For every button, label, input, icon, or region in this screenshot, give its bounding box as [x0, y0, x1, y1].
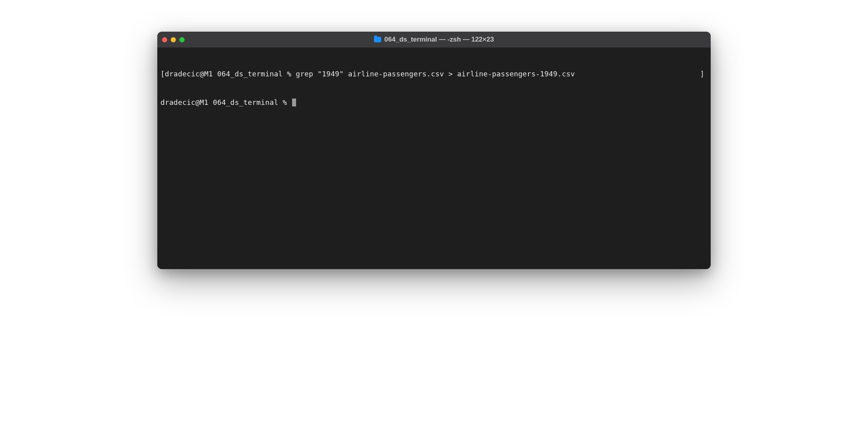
terminal-line-1: [dradecic@M1 064_ds_terminal % grep "194…: [160, 69, 708, 79]
titlebar[interactable]: 064_ds_terminal — -zsh — 122×23: [157, 32, 711, 47]
traffic-lights: [162, 37, 185, 42]
terminal-body[interactable]: [dradecic@M1 064_ds_terminal % grep "194…: [157, 47, 711, 269]
zoom-button[interactable]: [179, 37, 185, 42]
folder-icon: [374, 37, 381, 42]
command-text: grep "1949" airline-passengers.csv > air…: [296, 70, 575, 78]
terminal-line-2: dradecic@M1 064_ds_terminal %: [160, 98, 708, 107]
minimize-button[interactable]: [171, 37, 176, 42]
window-title: 064_ds_terminal — -zsh — 122×23: [374, 36, 494, 44]
close-button[interactable]: [162, 37, 167, 42]
right-bracket: ]: [700, 69, 704, 79]
prompt: dradecic@M1 064_ds_terminal %: [165, 70, 296, 78]
prompt: dradecic@M1 064_ds_terminal %: [160, 98, 291, 106]
terminal-window: 064_ds_terminal — -zsh — 122×23 [dradeci…: [157, 32, 711, 269]
left-bracket: [: [160, 70, 165, 78]
cursor: [292, 99, 296, 106]
window-title-text: 064_ds_terminal — -zsh — 122×23: [384, 36, 494, 44]
